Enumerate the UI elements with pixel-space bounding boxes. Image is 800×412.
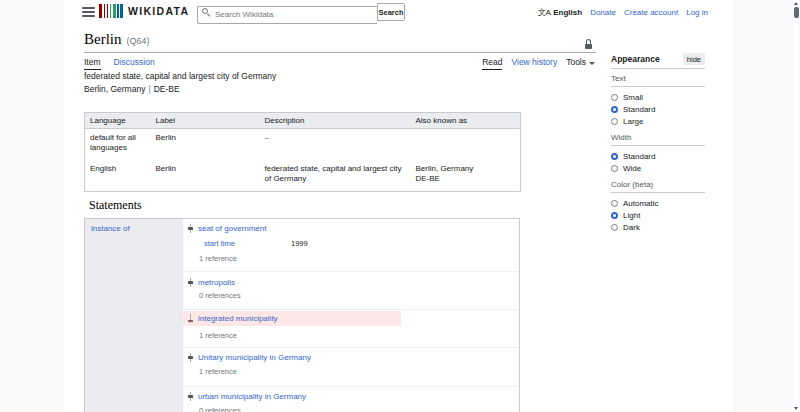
- radio-option-standard-width[interactable]: Standard: [611, 150, 705, 162]
- radio-unselected-icon: [611, 224, 618, 231]
- terms-row-default: default for all languages Berlin –: [85, 129, 521, 160]
- page-tabs: Item Discussion: [84, 57, 155, 70]
- statement-value-link[interactable]: metropolis: [198, 278, 235, 287]
- term-description: –: [260, 129, 411, 160]
- statement-row: seat of government start time 1999 1 ref…: [183, 219, 519, 272]
- radio-option-large[interactable]: Large: [611, 115, 705, 127]
- radio-option-standard-text[interactable]: Standard: [611, 103, 705, 115]
- radio-label: Dark: [623, 223, 640, 232]
- search-icon: [202, 8, 208, 14]
- section-label-width: Width: [611, 129, 705, 146]
- term-language: default for all languages: [85, 129, 151, 160]
- radio-option-dark[interactable]: Dark: [611, 221, 705, 233]
- col-language: Language: [85, 113, 151, 129]
- references-toggle[interactable]: 0 references: [199, 406, 241, 412]
- references-toggle[interactable]: 1 reference: [199, 331, 237, 340]
- tab-view-history[interactable]: View history: [511, 57, 557, 67]
- statement-value-link[interactable]: urban municipality in Germany: [198, 392, 306, 401]
- wikidata-logo-text: WIKIDATA: [128, 5, 189, 17]
- section-label-color: Color (beta): [611, 176, 705, 193]
- login-link[interactable]: Log in: [686, 8, 708, 17]
- create-account-link[interactable]: Create account: [624, 8, 678, 17]
- search-box: Search: [197, 3, 405, 21]
- term-alias-line: DE-BE: [416, 174, 516, 184]
- references-toggle[interactable]: 1 reference: [199, 367, 237, 376]
- appearance-section-text: Text Small Standard Large: [611, 70, 705, 128]
- radio-label: Automatic: [623, 199, 659, 208]
- tools-menu[interactable]: Tools: [566, 57, 595, 67]
- statement-value-link[interactable]: Unitary municipality in Germany: [198, 353, 311, 362]
- appearance-title: Appearance: [611, 54, 660, 64]
- tab-read[interactable]: Read: [482, 57, 502, 70]
- entity-aliases: Berlin, Germany|DE-BE: [84, 84, 180, 94]
- search-button[interactable]: Search: [377, 3, 405, 21]
- language-label: English: [553, 8, 582, 17]
- language-selector[interactable]: 文A English: [538, 7, 582, 18]
- radio-label: Small: [623, 93, 643, 102]
- search-input[interactable]: [197, 6, 377, 24]
- title-row: Berlin (Q64): [84, 31, 150, 48]
- title-divider: [84, 52, 596, 53]
- header-links: 文A English Donate Create account Log in: [538, 7, 708, 18]
- alias-code: DE-BE: [154, 84, 180, 94]
- term-language: English: [85, 160, 151, 191]
- radio-label: Light: [623, 211, 640, 220]
- statements-group: instance of seat of government start tim…: [84, 218, 520, 412]
- radio-selected-icon: [611, 212, 618, 219]
- wikidata-page: WIKIDATA Search 文A English Donate Create…: [0, 0, 800, 412]
- term-aliases: Berlin, Germany DE-BE: [411, 160, 521, 191]
- radio-label: Standard: [623, 152, 655, 161]
- references-toggle[interactable]: 1 reference: [199, 254, 237, 263]
- statement-row-deprecated: integrated municipality 1 reference: [183, 310, 519, 348]
- statements-column: seat of government start time 1999 1 ref…: [183, 219, 519, 412]
- statement-value-link[interactable]: integrated municipality: [198, 314, 278, 323]
- appearance-section-width: Width Standard Wide: [611, 129, 705, 175]
- radio-unselected-icon: [611, 94, 618, 101]
- term-alias-line: Berlin, Germany: [416, 164, 516, 174]
- language-icon: 文A: [538, 7, 550, 18]
- appearance-hide-button[interactable]: hide: [683, 53, 705, 65]
- alias-separator: |: [148, 84, 150, 94]
- radio-unselected-icon: [611, 165, 618, 172]
- entity-id: (Q64): [127, 36, 150, 46]
- col-label: Label: [151, 113, 260, 129]
- radio-option-light[interactable]: Light: [611, 209, 705, 221]
- statements-heading: Statements: [89, 198, 142, 213]
- statement-value-link[interactable]: seat of government: [198, 224, 266, 233]
- view-tabs: Read View history Tools: [482, 57, 595, 70]
- qualifier-property-link[interactable]: start time: [204, 239, 235, 248]
- rank-normal-icon: [188, 353, 193, 362]
- radio-option-automatic[interactable]: Automatic: [611, 197, 705, 209]
- references-toggle[interactable]: 0 references: [199, 291, 241, 300]
- vertical-scrollbar[interactable]: [793, 0, 800, 412]
- radio-selected-icon: [611, 153, 618, 160]
- statement-property-column: instance of: [85, 219, 183, 412]
- appearance-section-color: Color (beta) Automatic Light Dark: [611, 176, 705, 234]
- scroll-down-arrow-icon[interactable]: [794, 407, 798, 410]
- radio-selected-icon: [611, 106, 618, 113]
- rank-deprecated-icon: [188, 314, 193, 323]
- statement-row: metropolis 0 references: [183, 272, 519, 310]
- radio-label: Wide: [623, 164, 641, 173]
- property-link-instance-of[interactable]: instance of: [91, 224, 130, 233]
- term-description: federated state, capital and largest cit…: [260, 160, 411, 191]
- radio-option-wide[interactable]: Wide: [611, 162, 705, 174]
- page-protection-lock-icon: [585, 39, 592, 49]
- radio-unselected-icon: [611, 118, 618, 125]
- terms-table: Language Label Description Also known as…: [84, 112, 521, 192]
- tab-discussion[interactable]: Discussion: [114, 57, 155, 70]
- hamburger-menu-icon[interactable]: [82, 7, 95, 17]
- radio-label: Standard: [623, 105, 655, 114]
- tools-label: Tools: [566, 57, 586, 67]
- radio-option-small[interactable]: Small: [611, 91, 705, 103]
- term-label: Berlin: [151, 129, 260, 160]
- col-description: Description: [260, 113, 411, 129]
- wikidata-logo[interactable]: WIKIDATA: [99, 4, 189, 18]
- tab-item[interactable]: Item: [84, 57, 101, 70]
- scroll-up-arrow-icon[interactable]: [794, 2, 798, 5]
- statement-row: urban municipality in Germany 0 referenc…: [183, 387, 519, 412]
- entity-description: federated state, capital and largest cit…: [84, 71, 276, 81]
- term-aliases: [411, 129, 521, 160]
- donate-link[interactable]: Donate: [590, 8, 616, 17]
- scrollbar-thumb[interactable]: [794, 7, 799, 18]
